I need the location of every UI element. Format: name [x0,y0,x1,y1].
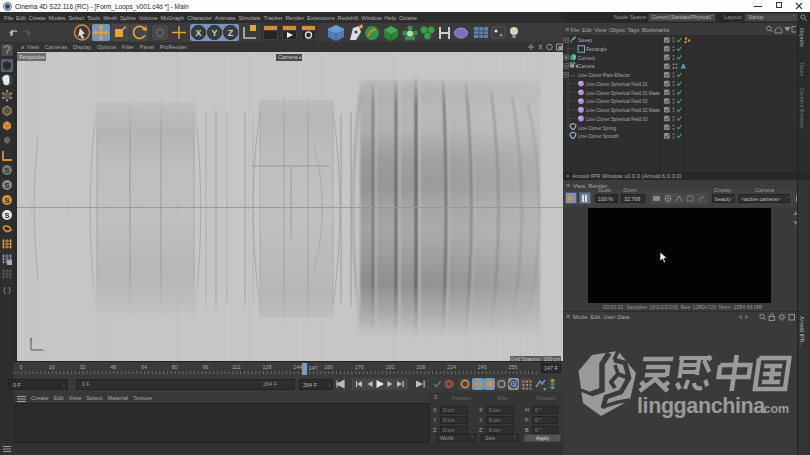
svg-text:192: 192 [386,364,395,370]
svg-text:80: 80 [172,364,178,370]
svg-text:Line Cloner Spherical Field 03: Line Cloner Spherical Field 03 [586,117,648,122]
svg-text:Line Cloner Spherical Field 01: Line Cloner Spherical Field 01 Mask [586,91,660,96]
svg-text:64: 64 [141,364,147,370]
svg-text:Connect: Connect [578,56,596,61]
svg-text:Line Cloner Spherical Field 01: Line Cloner Spherical Field 01 [586,82,648,87]
svg-text:0: 0 [20,364,23,370]
svg-text:16: 16 [49,364,55,370]
svg-text:.com: .com [760,402,789,416]
svg-text:48: 48 [110,364,116,370]
svg-text:32: 32 [80,364,86,370]
svg-text:96: 96 [203,364,209,370]
svg-text:Rectangle: Rectangle [586,47,607,52]
svg-text:Line Cloner Spherical Field 02: Line Cloner Spherical Field 02 Mask [586,108,660,113]
svg-text:P: P [511,381,515,388]
svg-text:160: 160 [324,364,333,370]
svg-text:Camera: Camera [578,64,595,69]
svg-text:208: 208 [416,364,425,370]
svg-text:240: 240 [478,364,487,370]
svg-text:Line Cloner Plain Effector: Line Cloner Plain Effector [578,73,630,78]
svg-text:lingganchina: lingganchina [637,394,766,418]
svg-text:Line Cloner Spring: Line Cloner Spring [578,126,616,131]
svg-text:↔: ↔ [570,72,576,78]
svg-text:Line Cloner Smooth: Line Cloner Smooth [578,134,619,139]
svg-text:256: 256 [509,364,518,370]
svg-text:128: 128 [263,364,272,370]
svg-text:112: 112 [232,364,241,370]
svg-text:Line Cloner Spherical Field 02: Line Cloner Spherical Field 02 [586,99,648,104]
svg-text:Sweep: Sweep [578,38,592,43]
svg-text:144: 144 [293,364,302,370]
svg-text:224: 224 [447,364,456,370]
svg-text:A: A [681,63,686,70]
svg-text:176: 176 [355,364,364,370]
